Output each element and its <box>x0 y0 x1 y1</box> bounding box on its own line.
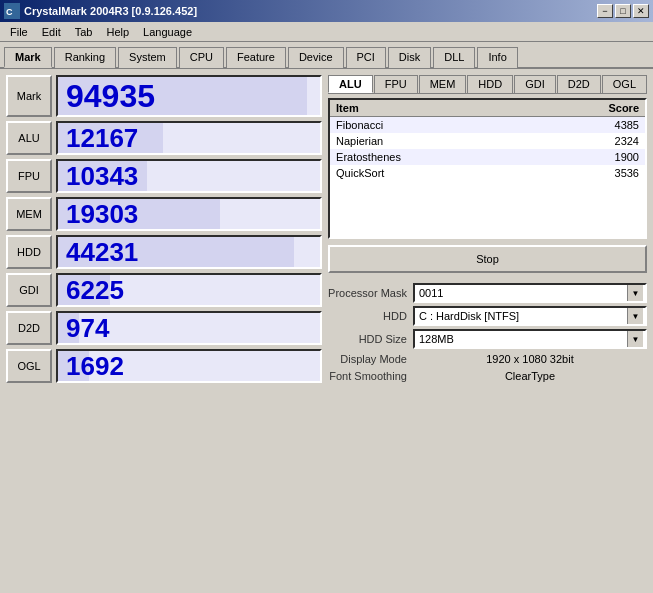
menu-edit[interactable]: Edit <box>36 24 67 40</box>
sub-tab-hdd[interactable]: HDD <box>467 75 513 93</box>
tab-system[interactable]: System <box>118 47 177 68</box>
tab-feature[interactable]: Feature <box>226 47 286 68</box>
mark-bar: 94935 <box>56 75 322 117</box>
sub-tab-bar: ALU FPU MEM HDD GDI D2D OGL <box>328 75 647 94</box>
main-content: Mark 94935 ALU 12167 FPU 10343 <box>0 69 653 389</box>
tab-mark[interactable]: Mark <box>4 47 52 68</box>
tab-pci[interactable]: PCI <box>346 47 386 68</box>
ogl-score-value: 1692 <box>58 351 124 382</box>
mem-bar: 19303 <box>56 197 322 231</box>
menu-help[interactable]: Help <box>100 24 135 40</box>
sub-tab-d2d[interactable]: D2D <box>557 75 601 93</box>
table-cell-item: Napierian <box>330 133 533 149</box>
table-row: Fibonacci 4385 <box>330 117 645 134</box>
ogl-row: OGL 1692 <box>6 349 322 383</box>
processor-mask-label: Processor Mask <box>328 287 407 299</box>
table-cell-score: 1900 <box>533 149 645 165</box>
mem-button[interactable]: MEM <box>6 197 52 231</box>
alu-bar: 12167 <box>56 121 322 155</box>
gdi-row: GDI 6225 <box>6 273 322 307</box>
alu-button[interactable]: ALU <box>6 121 52 155</box>
close-button[interactable]: ✕ <box>633 4 649 18</box>
window-title: CrystalMark 2004R3 [0.9.126.452] <box>24 5 197 17</box>
title-bar: C CrystalMark 2004R3 [0.9.126.452] − □ ✕ <box>0 0 653 22</box>
sub-tab-fpu[interactable]: FPU <box>374 75 418 93</box>
sub-tab-gdi[interactable]: GDI <box>514 75 556 93</box>
fpu-button[interactable]: FPU <box>6 159 52 193</box>
hdd-size-select[interactable]: 128MB ▼ <box>413 329 647 349</box>
table-cell-score: 2324 <box>533 133 645 149</box>
left-panel: Mark 94935 ALU 12167 FPU 10343 <box>6 75 322 383</box>
sub-tab-mem[interactable]: MEM <box>419 75 467 93</box>
col-header-score: Score <box>533 100 645 117</box>
tab-device[interactable]: Device <box>288 47 344 68</box>
mem-row: MEM 19303 <box>6 197 322 231</box>
hdd-score-value: 44231 <box>58 237 138 268</box>
tab-info[interactable]: Info <box>477 47 517 68</box>
maximize-button[interactable]: □ <box>615 4 631 18</box>
processor-mask-select[interactable]: 0011 ▼ <box>413 283 647 303</box>
hdd-dropdown-icon: ▼ <box>627 308 643 324</box>
tab-ranking[interactable]: Ranking <box>54 47 116 68</box>
processor-mask-dropdown-icon: ▼ <box>627 285 643 301</box>
info-grid: Processor Mask 0011 ▼ HDD C : HardDisk [… <box>328 283 647 383</box>
display-mode-label: Display Mode <box>328 353 407 365</box>
table-cell-score: 4385 <box>533 117 645 134</box>
menu-tab[interactable]: Tab <box>69 24 99 40</box>
fpu-bar: 10343 <box>56 159 322 193</box>
mark-button[interactable]: Mark <box>6 75 52 117</box>
sub-tab-alu[interactable]: ALU <box>328 75 373 93</box>
minimize-button[interactable]: − <box>597 4 613 18</box>
app-icon: C <box>4 3 20 19</box>
svg-text:C: C <box>6 7 13 17</box>
hdd-bar: 44231 <box>56 235 322 269</box>
menu-language[interactable]: Language <box>137 24 198 40</box>
stop-button[interactable]: Stop <box>328 245 647 273</box>
hdd-select[interactable]: C : HardDisk [NTFS] ▼ <box>413 306 647 326</box>
gdi-button[interactable]: GDI <box>6 273 52 307</box>
hdd-size-dropdown-icon: ▼ <box>627 331 643 347</box>
gdi-bar: 6225 <box>56 273 322 307</box>
d2d-button[interactable]: D2D <box>6 311 52 345</box>
table-cell-score: 3536 <box>533 165 645 181</box>
alu-score-value: 12167 <box>58 123 138 154</box>
display-mode-value: 1920 x 1080 32bit <box>413 352 647 366</box>
table-cell-item: QuickSort <box>330 165 533 181</box>
mark-score-value: 94935 <box>58 78 155 115</box>
hdd-size-label: HDD Size <box>328 333 407 345</box>
score-table: Item Score Fibonacci 4385 Napierian 2324… <box>328 98 647 239</box>
table-row: Eratosthenes 1900 <box>330 149 645 165</box>
table-cell-item: Eratosthenes <box>330 149 533 165</box>
mark-row: Mark 94935 <box>6 75 322 117</box>
main-tab-bar: Mark Ranking System CPU Feature Device P… <box>0 42 653 69</box>
hdd-button[interactable]: HDD <box>6 235 52 269</box>
table-cell-item: Fibonacci <box>330 117 533 134</box>
mem-score-value: 19303 <box>58 199 138 230</box>
hdd-label: HDD <box>328 310 407 322</box>
tab-dll[interactable]: DLL <box>433 47 475 68</box>
col-header-item: Item <box>330 100 533 117</box>
ogl-bar: 1692 <box>56 349 322 383</box>
d2d-score-value: 974 <box>58 313 109 344</box>
tab-disk[interactable]: Disk <box>388 47 431 68</box>
tab-cpu[interactable]: CPU <box>179 47 224 68</box>
menu-bar: File Edit Tab Help Language <box>0 22 653 42</box>
font-smoothing-label: Font Smoothing <box>328 370 407 382</box>
fpu-row: FPU 10343 <box>6 159 322 193</box>
window-controls: − □ ✕ <box>597 4 649 18</box>
table-row: QuickSort 3536 <box>330 165 645 181</box>
right-panel: ALU FPU MEM HDD GDI D2D OGL Item Score F… <box>328 75 647 383</box>
font-smoothing-value: ClearType <box>413 369 647 383</box>
sub-tab-ogl[interactable]: OGL <box>602 75 647 93</box>
table-row: Napierian 2324 <box>330 133 645 149</box>
d2d-bar: 974 <box>56 311 322 345</box>
hdd-row: HDD 44231 <box>6 235 322 269</box>
alu-row: ALU 12167 <box>6 121 322 155</box>
gdi-score-value: 6225 <box>58 275 124 306</box>
ogl-button[interactable]: OGL <box>6 349 52 383</box>
d2d-row: D2D 974 <box>6 311 322 345</box>
menu-file[interactable]: File <box>4 24 34 40</box>
fpu-score-value: 10343 <box>58 161 138 192</box>
